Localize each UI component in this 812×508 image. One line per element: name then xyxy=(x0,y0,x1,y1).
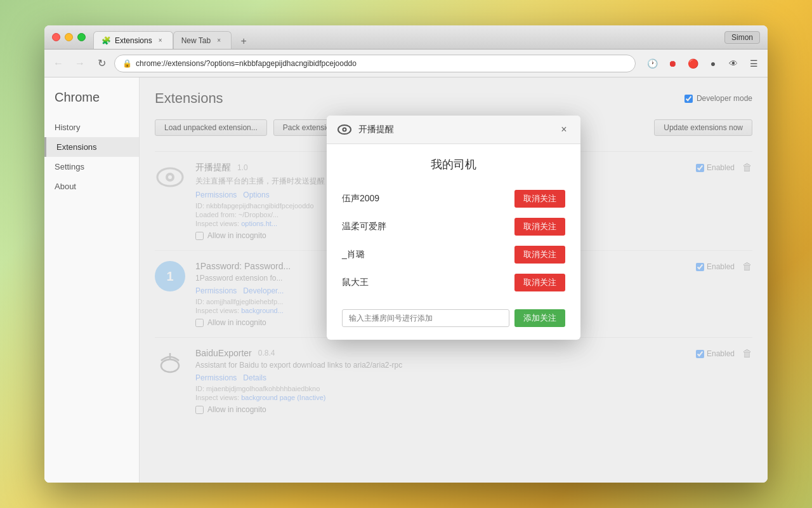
sidebar-extensions-label: Extensions xyxy=(56,142,97,152)
sidebar-item-history[interactable]: History xyxy=(44,117,139,137)
add-streamer-input[interactable] xyxy=(342,309,509,327)
address-bar[interactable]: 🔒 chrome://extensions/?options=nkbbfapge… xyxy=(114,55,636,72)
unfollow-button-1[interactable]: 取消关注 xyxy=(514,218,565,236)
new-tab-button[interactable]: + xyxy=(234,34,253,49)
tab-newtab-label: New Tab xyxy=(181,36,211,45)
tab-close-button[interactable]: × xyxy=(156,36,165,45)
streamer-row-2: _肖璐 取消关注 xyxy=(342,241,565,269)
menu-icon[interactable]: ☰ xyxy=(745,55,763,72)
streamer-name-1: 温柔可爱胖 xyxy=(342,221,386,232)
unfollow-button-0[interactable]: 取消关注 xyxy=(514,190,565,208)
sidebar-chrome-label: Chrome xyxy=(44,90,139,117)
tab-icon: 🧩 xyxy=(102,36,111,45)
modal-icon xyxy=(337,122,352,137)
sidebar-item-extensions[interactable]: Extensions xyxy=(44,137,139,157)
history-icon[interactable]: 🕐 xyxy=(643,55,661,72)
reload-button[interactable]: ↻ xyxy=(93,55,110,72)
sidebar-item-settings[interactable]: Settings xyxy=(44,157,139,177)
content-area: Chrome History Extensions Settings About… xyxy=(44,77,768,483)
sidebar-item-about[interactable]: About xyxy=(44,177,139,196)
modal-body: 我的司机 伍声2009 取消关注 温柔可爱胖 取消关注 _肖璐 取消关注 xyxy=(327,144,580,340)
minimize-button[interactable] xyxy=(65,33,73,41)
modal-section-title: 我的司机 xyxy=(342,157,565,172)
window-controls xyxy=(52,33,86,41)
unfollow-button-2[interactable]: 取消关注 xyxy=(514,246,565,264)
page-icon: 🔒 xyxy=(122,59,132,68)
add-row: 添加关注 xyxy=(342,304,565,327)
sidebar-settings-label: Settings xyxy=(55,162,84,171)
tab-newtab-close-button[interactable]: × xyxy=(214,36,223,45)
sidebar: Chrome History Extensions Settings About xyxy=(44,77,140,483)
tab-label: Extensions xyxy=(115,36,152,45)
reader-icon[interactable]: 👁 xyxy=(724,55,742,72)
title-bar: 🧩 Extensions × New Tab × + Simon xyxy=(44,25,768,50)
tab-newtab[interactable]: New Tab × xyxy=(173,31,232,49)
modal-close-button[interactable]: × xyxy=(558,123,570,136)
streamer-row-0: 伍声2009 取消关注 xyxy=(342,185,565,213)
modal-header: 开播提醒 × xyxy=(327,116,580,144)
sidebar-about-label: About xyxy=(55,182,76,191)
sidebar-history-label: History xyxy=(55,123,80,132)
modal-dialog: 开播提醒 × 我的司机 伍声2009 取消关注 温柔可爱胖 取消关注 xyxy=(327,116,580,340)
svg-point-7 xyxy=(344,129,346,131)
browser-window: 🧩 Extensions × New Tab × + Simon ← → ↻ 🔒… xyxy=(44,25,768,483)
modal-title: 开播提醒 xyxy=(358,124,551,135)
address-text: chrome://extensions/?options=nkbbfapgepi… xyxy=(136,59,357,68)
streamer-row-3: 鼠大王 取消关注 xyxy=(342,269,565,297)
forward-button[interactable]: → xyxy=(71,55,89,72)
pocket-icon[interactable]: ● xyxy=(704,55,722,72)
streamer-row-1: 温柔可爱胖 取消关注 xyxy=(342,213,565,241)
back-button[interactable]: ← xyxy=(49,55,67,72)
tab-extensions[interactable]: 🧩 Extensions × xyxy=(93,31,173,49)
nav-bar: ← → ↻ 🔒 chrome://extensions/?options=nkb… xyxy=(44,50,768,77)
another-icon[interactable]: 🔴 xyxy=(684,55,702,72)
maximize-button[interactable] xyxy=(77,33,86,41)
tab-bar: 🧩 Extensions × New Tab × + xyxy=(93,25,253,49)
streamer-name-0: 伍声2009 xyxy=(342,193,379,204)
add-follow-button[interactable]: 添加关注 xyxy=(514,309,565,327)
close-button[interactable] xyxy=(52,33,60,41)
nav-icons: 🕐 ⏺ 🔴 ● 👁 ☰ xyxy=(643,55,763,72)
extension-icon-nav[interactable]: ⏺ xyxy=(664,55,681,72)
main-content: Extensions Developer mode Load unpacked … xyxy=(140,77,768,483)
streamer-name-2: _肖璐 xyxy=(342,249,365,260)
streamer-name-3: 鼠大王 xyxy=(342,277,369,288)
user-button[interactable]: Simon xyxy=(724,31,760,44)
unfollow-button-3[interactable]: 取消关注 xyxy=(514,274,565,291)
modal-overlay: 开播提醒 × 我的司机 伍声2009 取消关注 温柔可爱胖 取消关注 xyxy=(140,77,768,483)
